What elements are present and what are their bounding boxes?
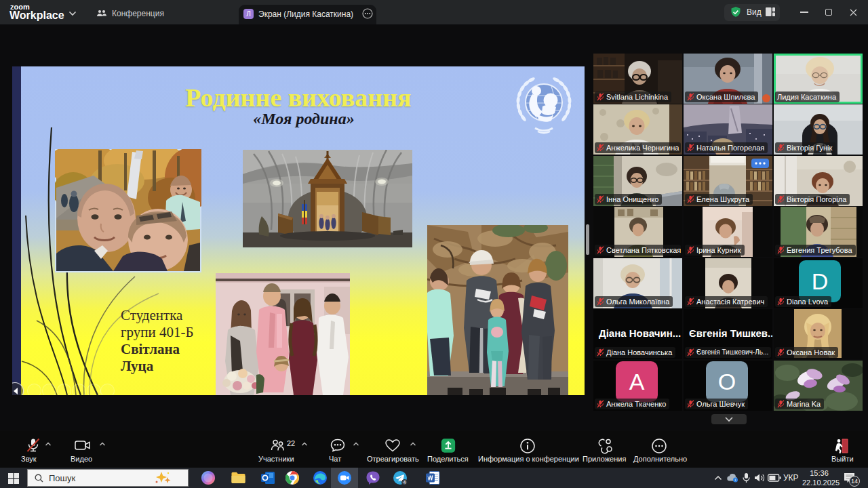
svg-text:4: 4 (403, 480, 406, 485)
svg-text:i: i (735, 478, 736, 482)
